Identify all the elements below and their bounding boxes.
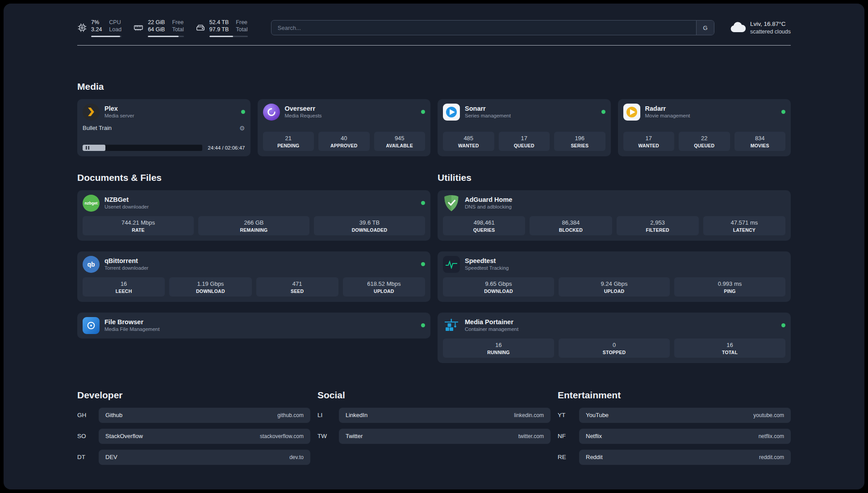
app-name: qBittorrent — [104, 258, 148, 265]
app-subtitle: Usenet downloader — [104, 204, 149, 209]
stat-label: SERIES — [571, 143, 588, 148]
stat-wanted: 17 WANTED — [623, 132, 675, 151]
disk-values: 52.4 TB97.9 TB — [209, 19, 229, 33]
stat-queued: 22 QUEUED — [679, 132, 730, 151]
stat-label: RATE — [132, 227, 145, 233]
stat-label: STOPPED — [603, 350, 626, 355]
card-overseerr: Overseerr Media Requests 21 PENDING 40 A… — [258, 99, 431, 156]
documents-column: Documents & Files nzbget NZBGet Usenet d… — [77, 172, 430, 363]
stat-movies: 834 MOVIES — [734, 132, 786, 151]
app-name: Radarr — [645, 105, 690, 113]
bookmark-name: DEV — [105, 454, 117, 460]
status-dot — [781, 323, 785, 327]
qbittorrent-icon: qb — [83, 256, 100, 273]
bookmark-reddit[interactable]: Reddit reddit.com — [579, 450, 791, 465]
stat-value: 16 — [121, 280, 127, 287]
bookmark-netflix[interactable]: Netflix netflix.com — [579, 429, 791, 444]
stat-filtered: 2,953 FILTERED — [617, 216, 699, 235]
stat-value: 17 — [521, 135, 527, 142]
app-subtitle: Media Requests — [285, 113, 322, 118]
app-name: Speedtest — [465, 258, 509, 265]
disk-usage-bar — [209, 36, 248, 37]
stat-label: LEECH — [116, 288, 132, 294]
app-name: Plex — [104, 105, 134, 113]
stat-blocked: 86,384 BLOCKED — [530, 216, 612, 235]
bookmark-url: youtube.com — [753, 412, 784, 418]
stat-label: PENDING — [277, 143, 299, 148]
bookmark-linkedin[interactable]: LinkedIn linkedin.com — [339, 408, 551, 423]
stat-label: UPLOAD — [374, 288, 394, 294]
bookmark-url: reddit.com — [759, 454, 784, 460]
card-filebrowser: File Browser Media File Management — [77, 313, 430, 338]
speedtest-header[interactable]: Speedtest Speedtest Tracking — [443, 256, 785, 273]
app-name: Overseerr — [285, 105, 322, 113]
bookmark-abbr: DT — [77, 454, 99, 460]
plex-header[interactable]: Plex Media server — [83, 104, 245, 121]
status-dot — [781, 110, 785, 114]
ram-icon — [133, 23, 144, 33]
portainer-header[interactable]: Media Portainer Container management — [443, 317, 785, 334]
ram-metric: 22 GiB64 GiB FreeTotal — [133, 19, 184, 37]
disk-labels: FreeTotal — [236, 19, 247, 33]
bookmark-name: Reddit — [586, 454, 603, 460]
stat-total: 16 TOTAL — [674, 338, 785, 358]
dashboard: 7%3.24 CPULoad — [4, 4, 864, 489]
app-subtitle: Media File Management — [104, 326, 159, 332]
plex-progress-bar[interactable] — [83, 145, 202, 151]
search-input[interactable] — [271, 21, 696, 35]
stat-label: LATENCY — [733, 227, 755, 233]
section-title-utilities: Utilities — [438, 172, 791, 183]
portainer-stats: 16 RUNNING 0 STOPPED 16 TOTAL — [443, 334, 785, 358]
gear-icon[interactable]: ⚙ — [239, 125, 245, 132]
card-plex: Plex Media server Bullet Train ⚙ — [77, 99, 250, 156]
nzbget-header[interactable]: nzbget NZBGet Usenet downloader — [83, 195, 425, 212]
entertainment-column: Entertainment YT YouTube youtube.com NF … — [558, 390, 791, 471]
ram-values: 22 GiB64 GiB — [148, 19, 165, 33]
bookmark-twitter[interactable]: Twitter twitter.com — [339, 429, 551, 444]
ram-usage-bar — [148, 36, 184, 37]
app-subtitle: Movie management — [645, 113, 690, 118]
app-subtitle: Series management — [465, 113, 511, 118]
bookmark-abbr: NF — [558, 433, 579, 439]
topbar: 7%3.24 CPULoad — [77, 19, 791, 37]
stat-value: 22 — [701, 135, 707, 142]
radarr-stats: 17 WANTED 22 QUEUED 834 MOVIES — [623, 127, 786, 151]
stat-value: 471 — [292, 280, 302, 287]
overseerr-stats: 21 PENDING 40 APPROVED 945 AVAILABLE — [263, 127, 426, 151]
stat-label: DOWNLOADED — [352, 227, 388, 233]
filebrowser-icon — [83, 317, 100, 334]
stat-label: AVAILABLE — [386, 143, 413, 148]
bookmark-youtube[interactable]: YouTube youtube.com — [579, 408, 791, 423]
status-dot — [421, 110, 425, 114]
app-name: AdGuard Home — [465, 196, 512, 204]
bookmark-stackoverflow[interactable]: StackOverflow stackoverflow.com — [99, 429, 310, 444]
stat-value: 16 — [726, 342, 733, 348]
stat-ping: 0.993 ms PING — [674, 277, 785, 297]
bookmark-github[interactable]: Github github.com — [99, 408, 310, 423]
qbittorrent-header[interactable]: qb qBittorrent Torrent downloader — [83, 256, 425, 273]
adguard-header[interactable]: AdGuard Home DNS and adblocking — [443, 195, 785, 212]
bookmark-row: DT DEV dev.to — [77, 450, 310, 465]
stat-value: 0 — [613, 342, 616, 348]
radarr-header[interactable]: Radarr Movie management — [623, 104, 786, 121]
bookmark-row: GH Github github.com — [77, 408, 310, 423]
card-radarr: Radarr Movie management 17 WANTED 22 QUE… — [618, 99, 791, 156]
bookmark-abbr: SO — [77, 433, 99, 439]
utilities-column: Utilities AdGuard Home — [438, 172, 791, 363]
stat-value: 0.993 ms — [718, 280, 742, 287]
bookmark-row: TW Twitter twitter.com — [317, 429, 551, 444]
social-column: Social LI LinkedIn linkedin.com TW Twitt… — [317, 390, 551, 471]
stat-label: QUEUED — [694, 143, 714, 148]
section-title-documents: Documents & Files — [77, 172, 430, 183]
filebrowser-header[interactable]: File Browser Media File Management — [83, 317, 425, 334]
radarr-icon — [623, 104, 640, 121]
sonarr-header[interactable]: Sonarr Series management — [443, 104, 605, 121]
overseerr-header[interactable]: Overseerr Media Requests — [263, 104, 426, 121]
app-subtitle: Container management — [465, 326, 518, 332]
stat-value: 744.21 Mbps — [121, 219, 155, 226]
playback-time: 24:44 / 02:06:47 — [208, 145, 245, 150]
pause-icon[interactable] — [86, 146, 89, 150]
search-engine-button[interactable]: G — [696, 21, 714, 35]
bookmark-dev[interactable]: DEV dev.to — [99, 450, 310, 465]
stat-label: SEED — [291, 288, 304, 294]
